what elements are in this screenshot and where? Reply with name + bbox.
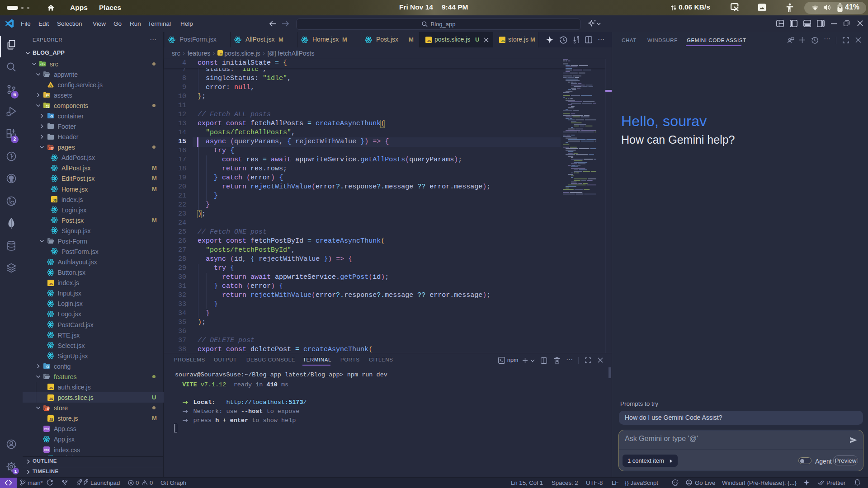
svg-text:CSS: CSS [44, 428, 49, 431]
svg-text:JS: JS [501, 39, 505, 42]
svg-text:JS: JS [49, 282, 53, 286]
svg-text:JS: JS [49, 418, 53, 421]
svg-text:A: A [49, 84, 52, 88]
svg-text:CSS: CSS [44, 449, 49, 451]
svg-text:</>: </> [40, 63, 45, 66]
svg-text:JS: JS [427, 39, 431, 42]
svg-text:JS: JS [49, 387, 53, 390]
svg-text:JS: JS [49, 397, 53, 400]
svg-text:JS: JS [53, 199, 57, 202]
